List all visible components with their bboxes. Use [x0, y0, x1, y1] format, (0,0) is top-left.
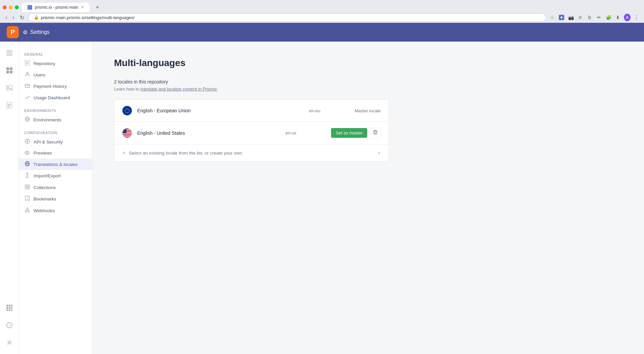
eu-flag: ★ ★ ★ ★ ★ ★ ★ ★ — [122, 106, 132, 115]
svg-text:★: ★ — [125, 112, 126, 113]
star-icon[interactable]: ☆ — [549, 14, 555, 21]
sidebar-item-import-export[interactable]: Import/Export — [19, 170, 92, 182]
tab-close-button[interactable]: ✕ — [81, 5, 84, 10]
rail-bottom: ? — [3, 302, 15, 349]
svg-rect-15 — [9, 305, 10, 306]
ext6-icon[interactable]: 🧩 — [605, 14, 612, 21]
svg-rect-16 — [11, 305, 12, 306]
locale-us-name: English - United States — [137, 130, 280, 136]
page-title: Multi-languages — [114, 58, 623, 68]
svg-rect-14 — [6, 305, 8, 306]
locale-row-us: English - United States en-us Set as mas… — [114, 122, 389, 144]
help-link[interactable]: translate and localize content in Prismi… — [141, 86, 217, 92]
svg-rect-31 — [25, 84, 30, 87]
api-icon — [24, 139, 30, 145]
sidebar-item-api-security[interactable]: API & Security — [19, 136, 92, 148]
api-security-label: API & Security — [34, 139, 63, 144]
svg-point-30 — [26, 72, 28, 74]
rail-content-icon[interactable] — [3, 99, 15, 111]
help-prefix: Learn how to — [114, 86, 141, 92]
translations-icon — [24, 161, 30, 167]
more-options-button[interactable]: ⋮ — [633, 14, 640, 21]
svg-rect-3 — [6, 55, 12, 55]
svg-text:★: ★ — [128, 112, 129, 113]
locale-eu-code: en-eu — [309, 108, 350, 113]
rail-help-icon[interactable]: ? — [3, 319, 15, 331]
ext3-icon[interactable]: # — [577, 14, 584, 21]
svg-point-39 — [26, 152, 28, 154]
add-locale-row[interactable]: + Select an existing locale from the lis… — [114, 144, 389, 161]
svg-rect-5 — [10, 67, 12, 70]
browser-tab-active[interactable]: prismic.io - prismic-main ✕ — [22, 3, 90, 12]
back-button[interactable]: ‹ — [4, 14, 8, 21]
svg-rect-46 — [25, 186, 30, 187]
payment-label: Payment History — [34, 84, 67, 89]
svg-rect-74 — [122, 136, 132, 137]
repository-icon — [24, 60, 30, 66]
tl-green[interactable] — [15, 5, 19, 9]
app-header-title: ⚙ Settings — [23, 29, 50, 36]
app-logo[interactable]: P — [7, 26, 19, 38]
add-locale-text: Select an existing locale from the list,… — [129, 151, 374, 156]
svg-text:★: ★ — [125, 108, 126, 110]
locale-us-actions: Set as master — [331, 128, 381, 138]
environments-icon — [24, 117, 30, 123]
tab-title: prismic.io - prismic-main — [35, 5, 78, 10]
rail-apps-icon[interactable] — [3, 302, 15, 314]
webhooks-label: Webhooks — [34, 208, 55, 213]
sidebar-item-bookmarks[interactable]: Bookmarks — [19, 193, 92, 205]
profile-icon[interactable]: A — [624, 14, 631, 21]
locale-eu-badge: Master locale — [355, 108, 381, 113]
import-export-icon — [24, 173, 30, 179]
sidebar-item-translations[interactable]: Translations & locales — [19, 159, 92, 170]
add-locale-chevron-icon: ∨ — [378, 151, 381, 155]
sidebar-item-payment[interactable]: Payment History — [19, 80, 92, 92]
collections-label: Collections — [34, 185, 56, 190]
previews-label: Previews — [34, 151, 52, 156]
ext4-icon[interactable]: b — [586, 14, 593, 21]
sidebar-item-collections[interactable]: Collections — [19, 182, 92, 193]
import-export-label: Import/Export — [34, 173, 61, 178]
browser-chrome: prismic.io - prismic-main ✕ + ‹ › ↻ 🔒 pr… — [0, 0, 644, 23]
sidebar-item-webhooks[interactable]: Webhooks — [19, 205, 92, 216]
rail-dashboard-icon[interactable] — [3, 64, 15, 76]
locales-help: Learn how to translate and localize cont… — [114, 86, 623, 92]
locale-us-code: en-us — [285, 130, 326, 135]
ext1-icon[interactable] — [558, 14, 565, 21]
settings-gear-icon: ⚙ — [23, 29, 28, 36]
sidebar-item-usage[interactable]: Usage Dashboard — [19, 92, 92, 103]
sidebar-item-environments[interactable]: Environments — [19, 114, 92, 125]
svg-rect-45 — [25, 185, 30, 186]
sidebar-item-repository[interactable]: Repository — [19, 58, 92, 69]
ext2-icon[interactable]: 📷 — [568, 14, 574, 21]
sidebar-item-users[interactable]: Users — [19, 69, 92, 80]
url-bar[interactable]: 🔒 prismic-main.prismic.io/settings/multi… — [28, 13, 546, 22]
settings-title: Settings — [30, 29, 50, 35]
rail-settings-icon[interactable] — [3, 337, 15, 349]
download-icon[interactable]: ⬇ — [614, 14, 621, 21]
app-container: P ⚙ Settings — [0, 23, 644, 354]
svg-rect-73 — [122, 135, 132, 136]
rail-menu-icon[interactable] — [3, 47, 15, 59]
add-plus-icon: + — [122, 150, 125, 156]
tl-red[interactable] — [3, 5, 7, 9]
delete-locale-button[interactable] — [370, 128, 381, 138]
svg-rect-20 — [6, 309, 8, 311]
environments-label: Environments — [34, 117, 61, 122]
set-as-master-button[interactable]: Set as master — [331, 128, 367, 138]
tl-yellow[interactable] — [9, 5, 13, 9]
rail-media-icon[interactable] — [3, 82, 15, 94]
users-icon — [24, 72, 30, 78]
collections-icon — [24, 184, 30, 190]
sidebar-item-previews[interactable]: Previews — [19, 148, 92, 159]
svg-rect-21 — [9, 309, 10, 311]
main-body: ? GENERAL Repository Users — [0, 42, 644, 354]
ext5-icon[interactable]: ✏ — [596, 14, 602, 21]
browser-tabs: prismic.io - prismic-main ✕ + — [0, 0, 644, 12]
svg-text:?: ? — [8, 323, 10, 328]
forward-button[interactable]: › — [11, 14, 15, 21]
users-label: Users — [34, 72, 45, 77]
reload-button[interactable]: ↻ — [18, 14, 25, 21]
new-tab-button[interactable]: + — [90, 3, 105, 12]
sidebar-configuration-label: CONFIGURATION — [19, 128, 92, 136]
